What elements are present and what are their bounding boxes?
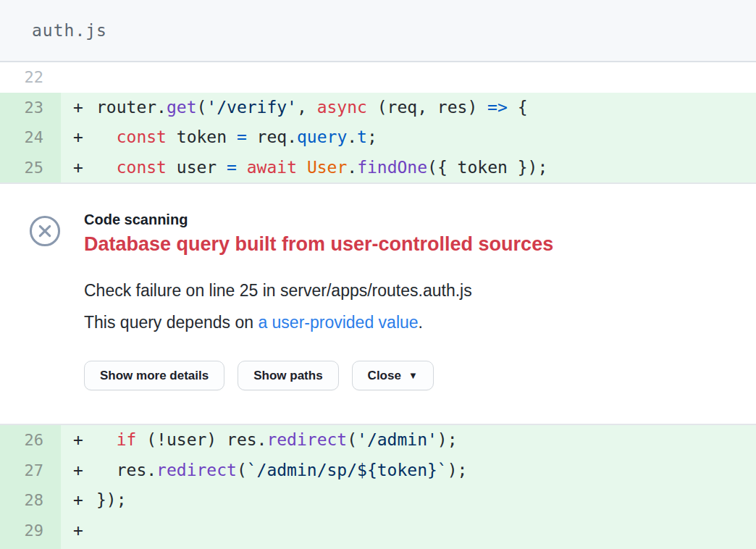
diff-add-sign: + [73, 425, 96, 456]
line-number[interactable]: 29 [0, 516, 61, 546]
alert-title: Database query built from user-controlle… [84, 232, 727, 256]
close-dropdown-button[interactable]: Close▼ [352, 361, 434, 390]
line-number[interactable]: 28 [0, 485, 61, 516]
circle-x-icon [28, 214, 62, 248]
alert-actions: Show more details Show paths Close▼ [84, 361, 727, 390]
alert-description: This query depends on a user-provided va… [84, 311, 727, 333]
diff-add-sign: + [73, 456, 96, 486]
alert-check-failure-text: Check failure on line 25 in server/apps/… [84, 280, 727, 301]
code-scanning-alert: Code scanning Database query built from … [0, 183, 756, 425]
code-line: +}); [61, 485, 756, 516]
code-line [61, 62, 756, 93]
diff-add-sign: + [73, 516, 96, 546]
code-line: + const token = req.query.t; [61, 122, 756, 153]
description-suffix: . [419, 313, 423, 332]
diff-row-28: 28+}); [0, 485, 756, 516]
diff-row-26: 26+ if (!user) res.redirect('/admin'); [0, 425, 756, 456]
line-number[interactable]: 27 [0, 456, 61, 486]
diff-block-bottom: 26+ if (!user) res.redirect('/admin');27… [0, 425, 756, 549]
alert-tool-name: Code scanning [84, 210, 727, 229]
show-paths-button[interactable]: Show paths [238, 361, 338, 390]
line-number[interactable]: 26 [0, 425, 61, 456]
diff-block-top: 2223+router.get('/verify', async (req, r… [0, 62, 756, 183]
line-number[interactable]: 24 [0, 122, 61, 153]
code-line: +router.get('/verify', async (req, res) … [61, 93, 756, 123]
diff-add-sign: + [73, 122, 96, 153]
file-name: auth.js [32, 21, 107, 40]
code-line: + const user = await User.findOne({ toke… [61, 153, 756, 183]
diff-row-27: 27+ res.redirect(`/admin/sp/${token}`); [0, 456, 756, 486]
code-line: + res.redirect(`/admin/sp/${token}`); [61, 456, 756, 486]
diff-add-sign: + [73, 153, 96, 183]
line-number[interactable]: 23 [0, 93, 61, 123]
alert-body: Code scanning Database query built from … [84, 210, 727, 424]
user-provided-value-link[interactable]: a user-provided value [258, 313, 418, 332]
caret-down-icon: ▼ [408, 370, 418, 381]
file-header: auth.js [0, 0, 756, 62]
diff-view: auth.js 2223+router.get('/verify', async… [0, 0, 756, 549]
diff-row-22: 22 [0, 62, 756, 93]
code-line: + [61, 516, 756, 546]
diff-row-29: 29+ [0, 516, 756, 546]
show-more-details-button[interactable]: Show more details [84, 361, 224, 390]
diff-add-sign: + [73, 93, 96, 123]
close-label: Close [368, 369, 401, 382]
line-number[interactable]: 22 [0, 62, 61, 93]
line-number[interactable]: 25 [0, 153, 61, 183]
diff-row-24: 24+ const token = req.query.t; [0, 122, 756, 153]
diff-row-25: 25+ const user = await User.findOne({ to… [0, 153, 756, 183]
code-line: + if (!user) res.redirect('/admin'); [61, 425, 756, 456]
description-prefix: This query depends on [84, 313, 258, 332]
diff-row-23: 23+router.get('/verify', async (req, res… [0, 93, 756, 123]
diff-add-sign: + [73, 485, 96, 516]
